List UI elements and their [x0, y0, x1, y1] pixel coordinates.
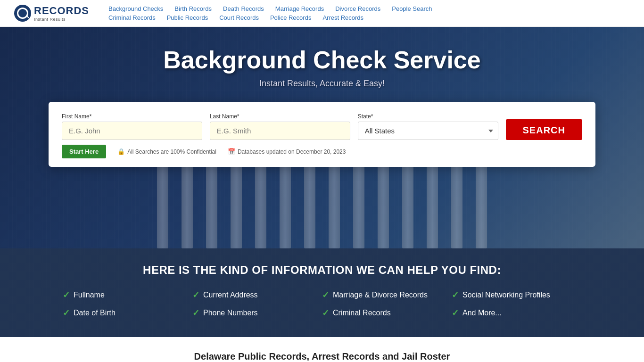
- check-icon: ✓: [452, 290, 459, 300]
- info-item: ✓Fullname: [63, 288, 192, 302]
- confidential-label: All Searches are 100% Confidential: [127, 148, 216, 155]
- logo-text: RECORDS: [34, 5, 89, 17]
- check-icon: ✓: [452, 308, 459, 318]
- nav-row-2: Criminal RecordsPublic RecordsCourt Reco…: [108, 14, 630, 21]
- hero-subtitle: Instant Results, Accurate & Easy!: [259, 79, 385, 89]
- info-section: HERE IS THE KIND OF INFORMATION WE CAN H…: [0, 248, 644, 337]
- confidential-text: 🔒 All Searches are 100% Confidential: [117, 148, 216, 155]
- logo-subtext: Instant Results: [34, 17, 89, 22]
- hero-content: Background Check Service Instant Results…: [0, 27, 644, 167]
- info-item-label: And More...: [462, 309, 502, 317]
- check-icon: ✓: [63, 308, 70, 318]
- check-icon: ✓: [63, 290, 70, 300]
- info-item-label: Social Networking Profiles: [462, 291, 550, 299]
- check-icon: ✓: [192, 290, 199, 300]
- info-item-label: Criminal Records: [333, 309, 391, 317]
- check-icon: ✓: [322, 290, 329, 300]
- start-here-button[interactable]: Start Here: [62, 145, 106, 158]
- nav-rows: Background ChecksBirth RecordsDeath Reco…: [108, 5, 630, 21]
- db-updated-label: Databases updated on December 20, 2023: [238, 148, 346, 155]
- logo[interactable]: RECORDS Instant Results: [14, 5, 90, 22]
- nav-link-divorce-records[interactable]: Divorce Records: [335, 5, 380, 12]
- logo-handle: [26, 16, 29, 18]
- info-item-label: Date of Birth: [74, 309, 116, 317]
- last-name-input[interactable]: [210, 122, 350, 140]
- nav-link-background-checks[interactable]: Background Checks: [108, 5, 163, 12]
- info-item-label: Fullname: [74, 291, 105, 299]
- logo-text-area: RECORDS Instant Results: [34, 5, 89, 22]
- state-select[interactable]: All StatesAlabamaAlaskaArizonaArkansasCa…: [358, 122, 498, 140]
- info-item: ✓Date of Birth: [63, 306, 192, 320]
- nav-link-marriage-records[interactable]: Marriage Records: [275, 5, 324, 12]
- nav-link-birth-records[interactable]: Birth Records: [174, 5, 212, 12]
- check-icon: ✓: [322, 308, 329, 318]
- search-button[interactable]: SEARCH: [506, 119, 582, 140]
- search-fields: First Name* Last Name* State* All States…: [62, 113, 582, 140]
- info-grid: ✓Fullname✓Current Address✓Marriage & Div…: [63, 288, 581, 320]
- state-group: State* All StatesAlabamaAlaskaArizonaArk…: [358, 113, 498, 140]
- hero-section: Background Check Service Instant Results…: [0, 27, 644, 248]
- content-section: Delaware Public Records, Arrest Records …: [0, 337, 644, 362]
- hero-title: Background Check Service: [163, 46, 480, 74]
- check-icon: ✓: [192, 308, 199, 318]
- info-item: ✓Marriage & Divorce Records: [322, 288, 452, 302]
- db-updated-text: 📅 Databases updated on December 20, 2023: [228, 148, 346, 155]
- last-name-label: Last Name*: [210, 113, 350, 120]
- first-name-input[interactable]: [62, 122, 202, 140]
- nav-row-1: Background ChecksBirth RecordsDeath Reco…: [108, 5, 630, 12]
- nav-link-people-search[interactable]: People Search: [392, 5, 432, 12]
- nav-link-criminal-records[interactable]: Criminal Records: [108, 14, 156, 21]
- info-item: ✓And More...: [452, 306, 581, 320]
- info-item: ✓Criminal Records: [322, 306, 452, 320]
- calendar-icon: 📅: [228, 148, 235, 155]
- info-item: ✓Current Address: [192, 288, 322, 302]
- info-item-label: Marriage & Divorce Records: [333, 291, 428, 299]
- nav-link-court-records[interactable]: Court Records: [219, 14, 259, 21]
- nav-link-public-records[interactable]: Public Records: [167, 14, 208, 21]
- search-footer: Start Here 🔒 All Searches are 100% Confi…: [62, 145, 582, 158]
- lock-icon: 🔒: [117, 148, 125, 155]
- info-item-label: Current Address: [203, 291, 258, 299]
- info-item: ✓Phone Numbers: [192, 306, 322, 320]
- first-name-label: First Name*: [62, 113, 202, 120]
- last-name-group: Last Name*: [210, 113, 350, 140]
- state-label: State*: [358, 113, 498, 120]
- info-item: ✓Social Networking Profiles: [452, 288, 581, 302]
- nav-link-death-records[interactable]: Death Records: [223, 5, 264, 12]
- site-header: RECORDS Instant Results Background Check…: [0, 0, 644, 27]
- nav-link-arrest-records[interactable]: Arrest Records: [322, 14, 363, 21]
- search-box: First Name* Last Name* State* All States…: [49, 102, 595, 167]
- main-nav: Background ChecksBirth RecordsDeath Reco…: [108, 5, 630, 21]
- info-item-label: Phone Numbers: [203, 309, 258, 317]
- first-name-group: First Name*: [62, 113, 202, 140]
- info-heading: HERE IS THE KIND OF INFORMATION WE CAN H…: [28, 263, 616, 277]
- nav-link-police-records[interactable]: Police Records: [270, 14, 311, 21]
- logo-icon: [14, 5, 31, 22]
- page-title: Delaware Public Records, Arrest Records …: [28, 351, 616, 362]
